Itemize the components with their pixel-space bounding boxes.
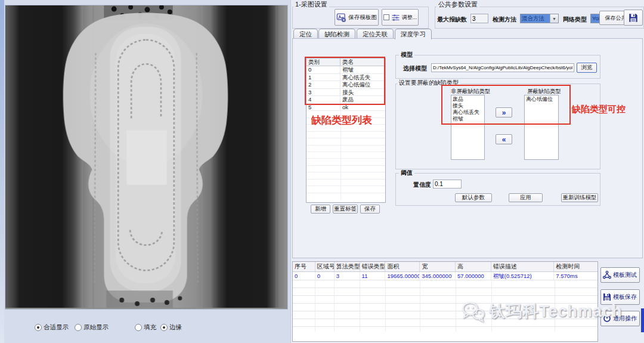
double-chevron-right-icon: » <box>502 109 506 116</box>
radio-original-label: 原始显示 <box>83 323 109 332</box>
shield-section-title: 设置要屏蔽的缺陷类型 <box>397 79 460 86</box>
retrain-model-label: 重新训练模型 <box>563 194 597 202</box>
table-row[interactable]: 1离心纸丢失 <box>306 74 385 82</box>
class-name: 接头 <box>340 89 355 96</box>
browse-button[interactable]: 浏览 <box>577 63 597 73</box>
tab-positioning-association[interactable]: 定位关联 <box>357 29 394 39</box>
tab-deep-learning[interactable]: 深度学习 <box>395 29 432 39</box>
table-row[interactable]: 0褶皱 <box>306 66 385 74</box>
apply-label: 应用 <box>520 194 531 202</box>
adjust-checkbox[interactable] <box>383 14 389 20</box>
radio-dot[interactable] <box>35 324 42 331</box>
reset-labels-label: 重置标签 <box>334 205 357 213</box>
list-item[interactable]: 离心纸丢失 <box>453 109 483 116</box>
radio-dot[interactable] <box>160 324 168 331</box>
save-classes-label: 保存 <box>364 205 376 213</box>
list-item[interactable]: 离心纸偏位 <box>526 96 557 103</box>
move-right-button[interactable]: » <box>496 107 512 118</box>
reset-labels-button[interactable]: 重置标签 <box>333 205 358 214</box>
unshielded-defects-list[interactable]: 废品 接头 离心纸丢失 褶皱 <box>451 95 485 160</box>
radio-fit-label: 合适显示 <box>44 323 69 332</box>
model-group-title: 模型 <box>399 51 414 58</box>
max-defects-input[interactable] <box>470 14 488 23</box>
move-left-button[interactable]: « <box>496 134 512 144</box>
select-model-label: 选择模型 <box>403 64 427 73</box>
sliders-icon <box>391 13 400 22</box>
cell-error-type: 11 <box>360 272 386 280</box>
col-header: 算法类型 <box>335 262 360 271</box>
table-row[interactable]: 4废品 <box>306 96 385 104</box>
col-header: 高 <box>456 262 491 271</box>
template-save-button[interactable]: 模板保存 <box>600 289 640 305</box>
confidence-label: 置信度 <box>413 181 431 189</box>
apply-button[interactable]: 应用 <box>509 193 543 202</box>
detect-method-label: 检测方法 <box>493 16 516 24</box>
list-item[interactable]: 褶皱 <box>453 116 483 122</box>
detection-results-table[interactable]: 序号 区域号 算法类型 错误类型 面积 宽 高 错误描述 检测时间 0 0 3 … <box>292 261 598 342</box>
xray-pad-image <box>5 5 286 308</box>
defect-controllable-annotation: 缺陷类型可控 <box>572 104 626 115</box>
defect-class-table[interactable]: 类别 类名 0褶皱 1离心纸丢失 2离心纸偏位 3接头 4废品 5ok <box>306 58 386 203</box>
save-params-icon-holder[interactable] <box>624 10 643 26</box>
add-class-button[interactable]: 新增 <box>311 205 330 214</box>
max-defects-label: 最大报缺数 <box>437 16 467 24</box>
bottom-perforated-strip <box>106 291 173 308</box>
adjust-button[interactable]: 调整... <box>382 9 419 26</box>
col-header: 检测时间 <box>554 262 597 271</box>
table-row[interactable]: 5ok <box>306 104 385 112</box>
tab-label: 定位关联 <box>363 30 388 38</box>
confidence-input[interactable] <box>433 180 462 189</box>
class-id: 1 <box>306 74 340 81</box>
chevron-down-icon[interactable]: ▼ <box>550 14 558 23</box>
cell-algo-type: 3 <box>335 272 360 280</box>
network-icon <box>602 270 612 280</box>
radio-original-display[interactable]: 原始显示 <box>75 323 109 332</box>
table-row[interactable]: 2离心纸偏位 <box>306 81 385 89</box>
save-classes-button[interactable]: 保存 <box>360 205 380 214</box>
col-header: 序号 <box>293 262 315 271</box>
class-id: 0 <box>306 66 340 73</box>
tab-label: 缺陷检测 <box>324 30 349 38</box>
table-row[interactable]: 3接头 <box>306 89 385 97</box>
browse-label: 浏览 <box>581 64 593 72</box>
tab-positioning[interactable]: 定位 <box>293 29 318 39</box>
cell-height: 57.000000 <box>456 272 491 280</box>
image-icon <box>336 13 346 23</box>
cell-width: 345.000000 <box>420 272 456 280</box>
radio-fit-display[interactable]: 合适显示 <box>35 323 69 332</box>
threshold-group-title: 阈值 <box>399 169 414 177</box>
list-item[interactable]: 废品 <box>453 96 483 103</box>
cell-index: 0 <box>293 272 315 280</box>
adjust-label: 调整... <box>402 14 417 21</box>
class-id-header: 类别 <box>306 58 340 66</box>
list-item[interactable]: 接头 <box>453 103 483 109</box>
model-path-input[interactable] <box>431 63 574 72</box>
empty-rows <box>293 280 597 332</box>
shield-groupbox <box>395 84 600 169</box>
general-operations-button[interactable]: 通用操作 <box>600 311 640 326</box>
add-class-label: 新增 <box>315 205 326 213</box>
selection-bar <box>641 308 644 332</box>
radio-fill-mode[interactable]: 填充 <box>135 323 156 332</box>
class-name: ok <box>340 104 350 111</box>
class-name: 废品 <box>340 96 355 103</box>
inspection-image-panel[interactable] <box>5 5 288 310</box>
col-header: 面积 <box>385 262 420 271</box>
default-params-button[interactable]: 默认参数 <box>455 193 492 202</box>
detect-method-dropdown[interactable]: 混合方法 ▼ <box>520 14 559 23</box>
retrain-model-button[interactable]: 重新训练模型 <box>561 193 598 202</box>
cell-error-desc: 褶皱(0.525712) <box>491 272 555 280</box>
shielded-defects-list[interactable]: 离心纸偏位 <box>524 95 559 160</box>
radio-fill-label: 填充 <box>144 323 156 332</box>
tab-label: 定位 <box>299 30 312 38</box>
result-row[interactable]: 0 0 3 11 19665.000000 345.000000 57.0000… <box>293 272 597 280</box>
default-params-label: 默认参数 <box>462 194 485 202</box>
save-template-image-button[interactable]: 保存模板图 <box>335 9 379 26</box>
radio-dot[interactable] <box>75 324 82 331</box>
template-test-button[interactable]: 模板测试 <box>600 267 640 283</box>
tab-defect-detection[interactable]: 缺陷检测 <box>318 29 355 39</box>
machine-vision-inspection-app: 合适显示 原始显示 填充 边缘 1-采图设置 保存模板图 调整... <box>0 0 644 343</box>
radio-dot[interactable] <box>135 324 142 331</box>
template-test-label: 模板测试 <box>613 271 637 279</box>
radio-edge-mode[interactable]: 边缘 <box>160 323 182 332</box>
